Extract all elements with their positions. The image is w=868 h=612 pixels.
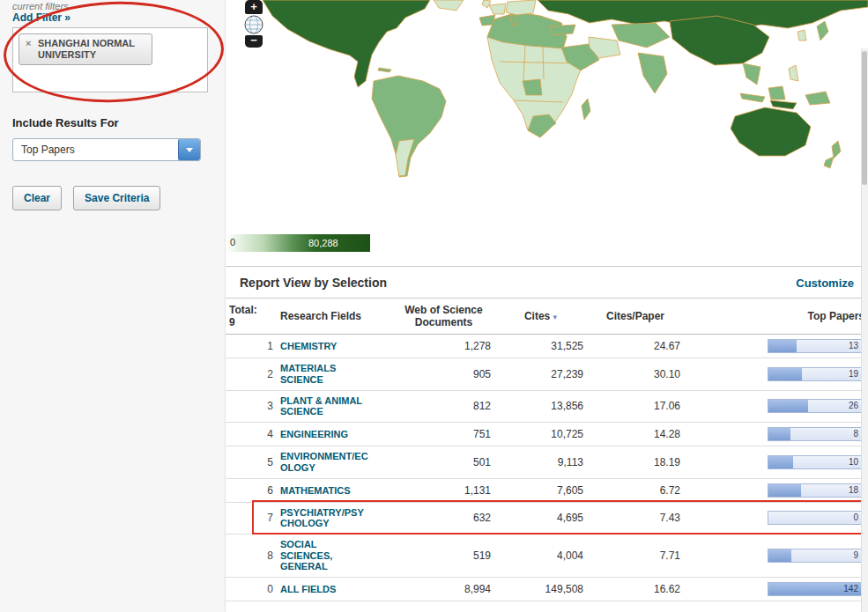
include-results-label: Include Results For (12, 116, 119, 129)
dropdown-selected-value: Top Papers (13, 144, 178, 156)
top-papers-bar: 0 (768, 511, 862, 525)
map-region (523, 79, 542, 95)
map-region (789, 65, 798, 81)
globe-icon[interactable] (244, 15, 263, 34)
research-field-link[interactable]: CHEMISTRY (280, 341, 368, 352)
cites-per-paper-header: Cites/Paper (587, 299, 684, 335)
map-region (638, 53, 667, 93)
research-field-link[interactable]: SOCIAL SCIENCES, GENERAL (280, 539, 368, 572)
table-row: 6 MATHEMATICS 1,131 7,605 6.72 18 (226, 478, 868, 502)
map-region (550, 25, 575, 35)
research-field-link[interactable]: MATERIALS SCIENCE (280, 363, 368, 385)
filter-tag-institution[interactable]: × SHANGHAI NORMAL UNIVERSITY (19, 33, 152, 65)
map-region (612, 23, 670, 48)
cites-sort-header[interactable]: Cites ▾ (494, 299, 587, 335)
scrollbar[interactable] (861, 48, 868, 612)
research-field-link[interactable]: PLANT & ANIMAL SCIENCE (280, 395, 368, 417)
map-region (396, 139, 414, 176)
active-filters-box: × SHANGHAI NORMAL UNIVERSITY (12, 27, 208, 92)
map-region (798, 30, 806, 41)
top-papers-bar: 9 (768, 549, 862, 563)
total-header: Total: 9 (226, 299, 277, 335)
save-criteria-button[interactable]: Save Criteria (73, 186, 160, 210)
filter-sidebar: current filters. Add Filter » × SHANGHAI… (0, 0, 226, 612)
table-row: 3 PLANT & ANIMAL SCIENCE 812 13,856 17.0… (226, 390, 868, 423)
map-region (743, 63, 760, 85)
customize-link[interactable]: Customize (796, 277, 854, 290)
map-region (817, 21, 828, 41)
legend-min-label: 0 (230, 237, 235, 247)
documents-header: Web of Science Documents (393, 299, 494, 335)
table-header-row: Total: 9 Research Fields Web of Science … (226, 299, 868, 335)
clear-button[interactable]: Clear (12, 186, 62, 210)
add-filter-link[interactable]: Add Filter » (12, 11, 70, 24)
top-papers-bar: 19 (768, 367, 862, 381)
research-field-link[interactable]: PSYCHIATRY/PSYCHOLOGY (280, 507, 368, 529)
table-row: 4 ENGINEERING 751 10,725 14.28 8 (226, 423, 868, 446)
research-field-link[interactable]: ALL FIELDS (280, 584, 368, 595)
map-region (770, 100, 797, 109)
zoom-out-button[interactable]: − (245, 35, 263, 48)
filter-actions: Clear Save Criteria (12, 186, 160, 210)
map-region (824, 157, 834, 168)
map-region (434, 0, 464, 11)
top-papers-bar: 10 (768, 455, 862, 469)
remove-filter-icon[interactable]: × (26, 38, 31, 49)
top-papers-bar: 18 (768, 483, 862, 498)
table-row: 2 MATERIALS SCIENCE 905 27,239 30.10 19 (226, 358, 868, 391)
esi-app-screen: current filters. Add Filter » × SHANGHAI… (0, 0, 868, 612)
report-title: Report View by Selection (240, 276, 387, 290)
table-row: 8 SOCIAL SCIENCES, GENERAL 519 4,004 7.7… (226, 535, 868, 578)
chevron-down-icon[interactable] (178, 139, 200, 160)
report-header: Report View by Selection Customize (226, 266, 868, 298)
table-row: 5 ENVIRONMENT/ECOLOGY 501 9,113 18.19 10 (226, 446, 868, 479)
table-row: 1 CHEMISTRY 1,278 31,525 24.67 13 (226, 335, 868, 358)
top-papers-header: Top Papers (684, 299, 868, 335)
results-for-dropdown[interactable]: Top Papers (12, 138, 201, 161)
research-fields-table: Total: 9 Research Fields Web of Science … (226, 298, 868, 601)
map-region (582, 99, 590, 120)
sort-desc-icon: ▾ (553, 313, 558, 321)
zoom-in-button[interactable]: + (245, 0, 263, 14)
top-papers-bar: 26 (768, 399, 862, 413)
map-region (479, 15, 495, 26)
world-choropleth-map[interactable] (226, 0, 868, 227)
map-region (805, 92, 830, 105)
map-region (768, 86, 785, 100)
map-region (489, 4, 506, 14)
map-zoom-control: + − (245, 0, 264, 48)
map-region (731, 107, 811, 156)
map-legend: 0 80,288 (227, 234, 370, 252)
map-region (832, 141, 841, 159)
top-papers-bar: 13 (768, 339, 862, 353)
table-row: 0 ALL FIELDS 8,994 149,508 16.62 142 (226, 578, 868, 601)
research-fields-header: Research Fields (277, 299, 393, 335)
map-region (740, 93, 765, 102)
legend-max-label: 80,288 (308, 238, 338, 248)
research-field-link[interactable]: ENVIRONMENT/ECOLOGY (280, 451, 368, 473)
map-region (378, 68, 391, 72)
current-filters-note: current filters. (12, 1, 71, 11)
top-papers-bar: 142 (768, 582, 862, 596)
map-region (506, 0, 536, 15)
scrollbar-thumb[interactable] (862, 51, 867, 185)
top-papers-bar: 8 (768, 427, 862, 441)
map-region (263, 0, 430, 87)
main-content: + − 0 80,288 Report View by Selection Cu… (226, 0, 868, 612)
research-field-link[interactable]: ENGINEERING (280, 429, 368, 440)
research-field-link[interactable]: MATHEMATICS (280, 485, 368, 497)
map-panel: + − (226, 0, 868, 227)
filter-tag-label: SHANGHAI NORMAL UNIVERSITY (38, 38, 135, 60)
map-region (372, 76, 446, 177)
table-row-highlighted: 7 PSYCHIATRY/PSYCHOLOGY 632 4,695 7.43 0 (226, 502, 868, 535)
